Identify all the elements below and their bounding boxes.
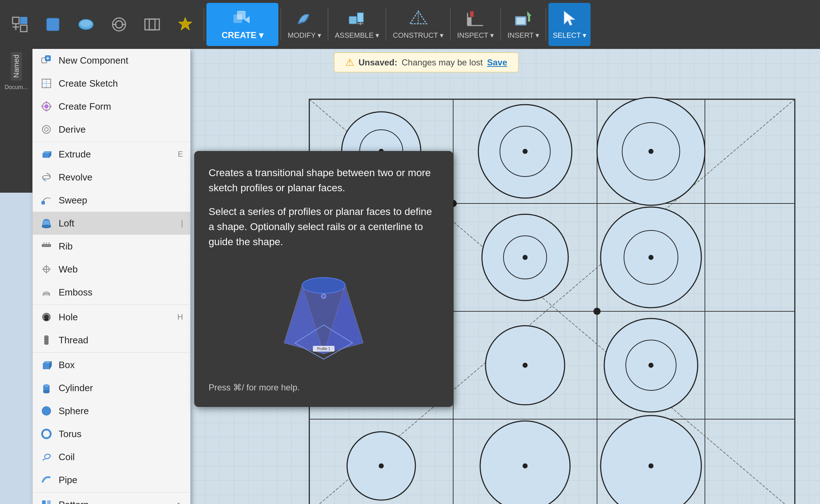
toolbar-icon-3[interactable] bbox=[70, 8, 102, 41]
menu-separator-4 bbox=[33, 492, 190, 492]
cylinder-icon bbox=[40, 381, 53, 394]
menu-item-rib[interactable]: Rib bbox=[33, 235, 190, 258]
menu-item-thread[interactable]: Thread bbox=[33, 329, 190, 352]
menu-item-torus[interactable]: Torus bbox=[33, 422, 190, 445]
svg-rect-114 bbox=[42, 500, 46, 504]
menu-item-pipe[interactable]: Pipe bbox=[33, 468, 190, 491]
rib-label: Rib bbox=[59, 241, 183, 252]
svg-point-7 bbox=[80, 20, 92, 27]
pattern-arrow: ▶ bbox=[178, 500, 183, 504]
toolbar-icon-1[interactable] bbox=[4, 8, 36, 41]
extrude-label: Extrude bbox=[59, 149, 172, 160]
svg-point-113 bbox=[42, 430, 51, 438]
create-menu-button[interactable]: CREATE ▾ bbox=[206, 3, 278, 46]
menu-item-cylinder[interactable]: Cylinder bbox=[33, 376, 190, 399]
modify-icon bbox=[295, 9, 314, 29]
menu-item-loft[interactable]: Loft | bbox=[33, 212, 190, 235]
toolbar-icon-4[interactable] bbox=[103, 8, 135, 41]
toolbar-divider-4 bbox=[386, 8, 386, 41]
extrude-icon bbox=[40, 148, 53, 161]
named-views-tab[interactable]: Named bbox=[11, 52, 22, 81]
assemble-button[interactable]: ASSEMBLE ▾ bbox=[331, 3, 383, 46]
toolbar-divider-3 bbox=[328, 8, 328, 41]
svg-point-61 bbox=[648, 255, 653, 260]
menu-item-extrude[interactable]: Extrude E bbox=[33, 143, 190, 166]
svg-point-108 bbox=[44, 390, 49, 393]
cylinder-label: Cylinder bbox=[59, 382, 183, 394]
svg-point-78 bbox=[45, 105, 48, 108]
panel-document-label[interactable]: Docum... bbox=[3, 83, 29, 91]
left-panel-icons: Named Docum... bbox=[0, 49, 32, 193]
svg-point-99 bbox=[44, 319, 49, 321]
construct-button[interactable]: CONSTRUCT ▾ bbox=[388, 3, 448, 46]
menu-item-create-sketch[interactable]: Create Sketch bbox=[33, 72, 190, 95]
menu-item-web[interactable]: Web bbox=[33, 258, 190, 281]
unsaved-banner: ⚠ Unsaved: Changes may be lost Save bbox=[334, 52, 519, 72]
menu-item-revolve[interactable]: Revolve bbox=[33, 166, 190, 189]
menu-item-derive[interactable]: Derive bbox=[33, 118, 190, 141]
svg-marker-27 bbox=[527, 11, 532, 16]
create-form-label: Create Form bbox=[59, 101, 183, 112]
unsaved-message: Changes may be lost bbox=[402, 58, 483, 68]
create-dropdown-menu: New Component Create Sketch Create Form bbox=[32, 49, 191, 504]
svg-point-65 bbox=[379, 463, 384, 468]
inspect-icon bbox=[466, 9, 485, 29]
svg-rect-13 bbox=[149, 19, 159, 30]
svg-point-109 bbox=[42, 407, 51, 415]
toolbar-icon-5[interactable] bbox=[136, 8, 168, 41]
svg-rect-24 bbox=[468, 17, 472, 26]
svg-point-58 bbox=[648, 149, 653, 154]
svg-rect-5 bbox=[47, 18, 59, 31]
emboss-icon bbox=[40, 286, 53, 299]
menu-item-create-form[interactable]: Create Form bbox=[33, 95, 190, 118]
select-label: SELECT ▾ bbox=[553, 31, 586, 40]
toolbar-icon-2[interactable] bbox=[37, 8, 69, 41]
sphere-label: Sphere bbox=[59, 406, 183, 417]
svg-marker-14 bbox=[178, 17, 192, 30]
svg-point-64 bbox=[648, 363, 653, 368]
tooltip-footer: Press ⌘/ for more help. bbox=[209, 382, 439, 393]
web-icon bbox=[40, 263, 53, 276]
unsaved-label: Unsaved: bbox=[359, 58, 397, 68]
menu-item-new-component[interactable]: New Component bbox=[33, 49, 190, 72]
toolbar-divider-1 bbox=[204, 8, 204, 41]
menu-item-pattern[interactable]: Pattern ▶ bbox=[33, 493, 190, 504]
svg-text:Profile 1: Profile 1 bbox=[317, 347, 331, 351]
menu-item-emboss[interactable]: Emboss bbox=[33, 281, 190, 304]
select-button[interactable]: SELECT ▾ bbox=[548, 3, 591, 46]
menu-item-sphere[interactable]: Sphere bbox=[33, 399, 190, 422]
create-sketch-label: Create Sketch bbox=[59, 78, 183, 89]
assemble-label: ASSEMBLE ▾ bbox=[335, 31, 379, 40]
modify-button[interactable]: MODIFY ▾ bbox=[283, 3, 325, 46]
svg-point-83 bbox=[42, 125, 50, 133]
extrude-shortcut: E bbox=[178, 150, 183, 159]
box-label: Box bbox=[59, 359, 183, 371]
svg-rect-0 bbox=[13, 17, 19, 24]
insert-button[interactable]: INSERT ▾ bbox=[503, 3, 543, 46]
hole-icon bbox=[40, 311, 53, 324]
toolbar-icon-star[interactable] bbox=[169, 8, 201, 41]
save-button[interactable]: Save bbox=[487, 58, 507, 68]
svg-rect-26 bbox=[516, 18, 525, 24]
toolbar-divider-5 bbox=[450, 8, 451, 41]
cursor-indicator: | bbox=[181, 219, 183, 228]
menu-item-coil[interactable]: Coil bbox=[33, 445, 190, 468]
insert-label: INSERT ▾ bbox=[507, 31, 539, 40]
svg-point-84 bbox=[45, 128, 48, 131]
inspect-button[interactable]: INSPECT ▾ bbox=[453, 3, 498, 46]
toolbar: CREATE ▾ MODIFY ▾ ASSEMBLE ▾ bbox=[0, 0, 820, 49]
warning-icon: ⚠ bbox=[345, 56, 354, 68]
pattern-label: Pattern bbox=[59, 499, 172, 504]
toolbar-left-icons bbox=[4, 8, 201, 41]
construct-icon bbox=[409, 9, 428, 29]
menu-item-box[interactable]: Box bbox=[33, 353, 190, 376]
menu-item-hole[interactable]: Hole H bbox=[33, 306, 190, 329]
svg-rect-115 bbox=[47, 500, 51, 504]
hole-label: Hole bbox=[59, 312, 172, 323]
new-component-icon bbox=[40, 54, 53, 67]
svg-point-107 bbox=[44, 385, 49, 388]
emboss-label: Emboss bbox=[59, 287, 183, 298]
svg-point-66 bbox=[523, 463, 528, 468]
svg-rect-105 bbox=[43, 364, 50, 369]
menu-item-sweep[interactable]: Sweep bbox=[33, 189, 190, 212]
